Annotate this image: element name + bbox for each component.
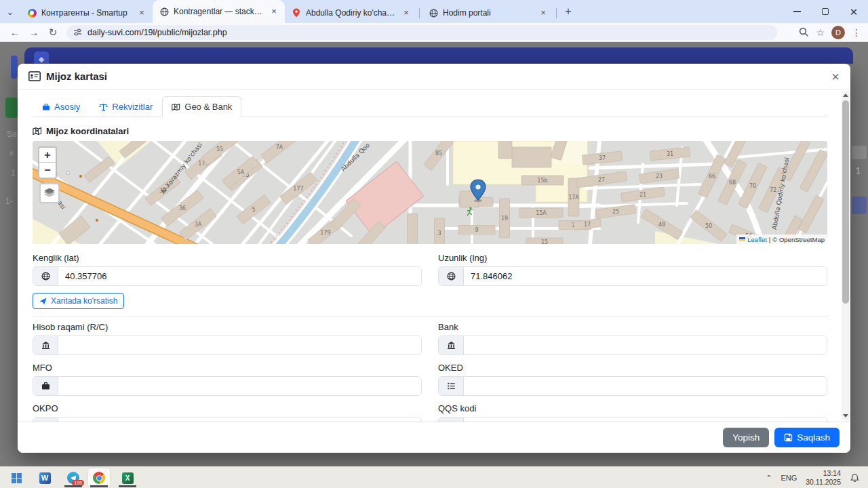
taskbar-word[interactable]: W xyxy=(34,468,56,487)
leaflet-map[interactable]: 1731751771793B363A555A7A58515b17A15A1719… xyxy=(33,141,827,244)
reload-button[interactable]: ↻ xyxy=(43,24,62,41)
window-controls: ✕ xyxy=(783,0,868,23)
browser-toolbar: ← → ↻ daily-suvi.com/19l/public/mijozlar… xyxy=(0,23,868,42)
oked-input[interactable] xyxy=(464,377,827,395)
scales-icon xyxy=(99,103,108,111)
lat-input-group xyxy=(33,266,422,286)
maximize-button[interactable] xyxy=(811,0,840,23)
show-on-map-button[interactable]: Xaritada ko'rsatish xyxy=(33,293,124,309)
svg-text:17: 17 xyxy=(584,222,591,228)
saqlash-button[interactable]: Saqlash xyxy=(774,428,840,447)
start-button[interactable] xyxy=(5,468,27,487)
zoom-out-button[interactable]: − xyxy=(39,163,56,178)
tab-rekvizitlar[interactable]: Rekvizitlar xyxy=(90,96,162,117)
modal-scrollbar[interactable] xyxy=(842,91,850,420)
tab-close-icon[interactable]: × xyxy=(538,7,549,18)
bookmark-star-icon[interactable]: ☆ xyxy=(816,27,825,38)
close-window-button[interactable]: ✕ xyxy=(840,0,868,23)
taskbar-clock[interactable]: 13:14 30.11.2025 xyxy=(806,469,841,487)
language-indicator[interactable]: ENG xyxy=(781,474,797,482)
bank-input[interactable] xyxy=(464,336,827,354)
chrome-icon xyxy=(93,472,105,484)
tab-close-icon[interactable]: × xyxy=(269,6,279,17)
mfo-input[interactable] xyxy=(58,377,421,395)
taskbar-telegram[interactable]: 109 xyxy=(62,468,84,487)
profile-avatar[interactable]: D xyxy=(831,26,845,39)
back-button[interactable]: ← xyxy=(5,24,24,41)
svg-text:72: 72 xyxy=(770,187,776,193)
tab-separator xyxy=(556,8,557,18)
section-divider xyxy=(33,317,827,317)
modal-footer: Yopish Saqlash xyxy=(18,422,850,453)
tab-geo-bank[interactable]: Geo & Bank xyxy=(162,96,241,117)
navigation-icon xyxy=(39,298,47,305)
tab-close-icon[interactable]: × xyxy=(401,7,412,18)
scroll-down-icon[interactable] xyxy=(842,411,850,420)
briefcase-icon xyxy=(42,103,50,111)
layers-icon xyxy=(43,188,56,199)
map-pin-favicon-icon xyxy=(292,8,301,18)
account-input[interactable] xyxy=(58,336,421,354)
tab-title: Abdulla Qodiriy ko'chasi, 11 — xyxy=(306,8,396,18)
notifications-bell-icon[interactable] xyxy=(850,473,860,483)
svg-text:68: 68 xyxy=(729,180,736,186)
lng-input[interactable] xyxy=(464,267,827,285)
scroll-up-icon[interactable] xyxy=(842,91,850,100)
tab-close-icon[interactable]: × xyxy=(136,7,147,18)
svg-text:19: 19 xyxy=(501,216,508,222)
tab-asosiy[interactable]: Asosiy xyxy=(33,96,90,117)
map-layers-control[interactable] xyxy=(39,183,60,203)
backdrop-text-fragment: 1 xyxy=(856,166,861,176)
taskbar-chrome[interactable] xyxy=(88,468,110,487)
okpo-input[interactable] xyxy=(58,418,421,422)
qqs-input[interactable] xyxy=(464,418,827,422)
svg-text:31: 31 xyxy=(667,151,673,157)
globe-icon xyxy=(439,267,464,285)
site-settings-icon[interactable] xyxy=(73,28,82,37)
barcode-icon xyxy=(33,418,58,422)
tray-chevron-icon[interactable]: ⌃ xyxy=(766,474,772,483)
new-tab-button[interactable]: + xyxy=(559,2,578,21)
modal-header: Mijoz kartasi × xyxy=(18,64,850,89)
excel-icon: X xyxy=(122,472,134,484)
svg-text:50: 50 xyxy=(705,223,712,229)
clock-date: 30.11.2025 xyxy=(806,478,841,486)
map-canvas: 1731751771793B363A555A7A58515b17A15A1719… xyxy=(33,141,827,244)
qqs-label: QQS kodi xyxy=(438,403,827,413)
browser-tab-kontragentlar[interactable]: Kontragentlar — stacked modal × xyxy=(153,0,285,23)
browser-menu-icon[interactable]: ⋮ xyxy=(852,27,861,38)
minimize-button[interactable] xyxy=(783,0,811,23)
browser-tab-hodim[interactable]: Hodim portali × xyxy=(422,3,554,23)
svg-text:23: 23 xyxy=(656,174,663,180)
tab-search-icon[interactable]: ⌄ xyxy=(0,0,20,23)
mfo-input-group xyxy=(33,376,422,396)
map-marked-icon xyxy=(172,103,180,111)
url-text: daily-suvi.com/19l/public/mijozlar.php xyxy=(87,28,227,37)
svg-text:55: 55 xyxy=(216,146,223,152)
tab-title: Hodim portali xyxy=(443,8,533,18)
address-bar[interactable]: daily-suvi.com/19l/public/mijozlar.php xyxy=(66,25,777,40)
lat-input[interactable] xyxy=(58,267,421,285)
globe-favicon-icon xyxy=(429,8,438,18)
svg-text:15A: 15A xyxy=(536,210,547,216)
coordinates-section-title: Mijoz koordinatalari xyxy=(33,126,827,136)
osm-link[interactable]: © OpenStreetMap xyxy=(772,236,825,243)
svg-text:17A: 17A xyxy=(568,195,579,201)
taskbar-excel[interactable]: X xyxy=(117,468,138,487)
yopish-button[interactable]: Yopish xyxy=(723,428,769,447)
running-indicator xyxy=(64,485,82,487)
browser-tab-smartup[interactable]: Контрагенты - Smartup × xyxy=(20,3,153,23)
browser-tab-address[interactable]: Abdulla Qodiriy ko'chasi, 11 — × xyxy=(285,3,417,23)
zoom-icon[interactable] xyxy=(799,27,809,37)
modal-close-icon[interactable]: × xyxy=(831,70,840,83)
okpo-input-group xyxy=(33,417,422,422)
qqs-input-group xyxy=(438,417,827,422)
forward-button[interactable]: → xyxy=(24,24,43,41)
scrollbar-thumb[interactable] xyxy=(842,100,849,304)
zoom-in-button[interactable]: + xyxy=(39,148,56,163)
svg-text:3A: 3A xyxy=(195,222,202,228)
backdrop-text-fragment: # xyxy=(9,149,14,157)
svg-text:48: 48 xyxy=(658,222,665,228)
leaflet-link[interactable]: Leaflet xyxy=(747,236,767,243)
running-indicator xyxy=(90,485,108,487)
